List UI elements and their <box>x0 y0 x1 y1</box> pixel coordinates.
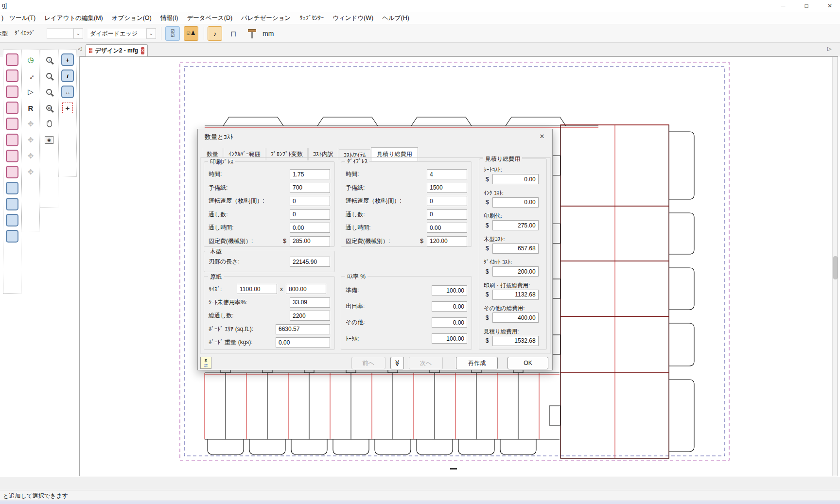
tab-close-icon[interactable]: x <box>141 47 144 54</box>
currency-label: $ <box>486 268 489 275</box>
nest-corner-icon[interactable] <box>6 86 18 98</box>
rule-length-input-0[interactable] <box>290 257 330 267</box>
zoom-reset-icon[interactable]: ⊗ <box>43 102 55 114</box>
menu-edit-layout[interactable]: レイアウトの編集(M) <box>40 12 107 25</box>
tab-scroll-right-icon[interactable]: ▷ <box>827 46 831 52</box>
print-press-input-0[interactable] <box>290 169 330 179</box>
chevron-down-icon[interactable]: ≫ <box>390 357 404 369</box>
total-cost-input-6[interactable] <box>492 313 539 323</box>
die-press-row: 予備紙: <box>346 181 467 195</box>
die-press-input-0[interactable] <box>427 169 467 179</box>
checklist-user-icon[interactable]: ☑♟ <box>184 26 198 41</box>
die-press-input-2[interactable] <box>427 196 467 206</box>
menu-info[interactable]: 情報(I) <box>156 12 183 25</box>
total-cost-input-7[interactable] <box>492 336 539 346</box>
print-press-input-4[interactable] <box>290 223 330 233</box>
design-spacing-icon[interactable]: ↔ <box>61 86 74 98</box>
add-design-icon[interactable]: + <box>61 53 74 66</box>
ok-button[interactable]: OK <box>508 357 548 369</box>
die-press-row: 固定費(機械別）:$ <box>346 235 467 248</box>
prev-button[interactable]: 前へ <box>351 357 385 369</box>
die-press-input-4[interactable] <box>427 223 467 233</box>
next-button[interactable]: 次へ <box>409 357 443 369</box>
print-press-input-5[interactable] <box>290 236 330 246</box>
recreate-button[interactable]: 再作成 <box>456 357 498 369</box>
nest-pair-icon[interactable] <box>6 166 18 178</box>
nest-dots-add-icon[interactable] <box>6 118 18 130</box>
total-cost-input-3[interactable] <box>492 243 539 254</box>
bridging-plain-icon[interactable] <box>6 230 18 243</box>
arc-radius-icon[interactable]: R <box>24 102 37 114</box>
nest-blob-icon[interactable] <box>6 53 18 66</box>
bridging-strip-icon[interactable] <box>6 182 18 194</box>
pan-hand-icon[interactable] <box>43 118 55 130</box>
total-cost-input-4[interactable] <box>492 266 539 277</box>
loss-input-0[interactable] <box>432 285 467 295</box>
die-edge-combo-dropdown-icon[interactable]: ⌄ <box>73 28 83 39</box>
total-cost-input-1[interactable] <box>492 197 539 208</box>
preview-window-icon[interactable]: ◉ <box>43 134 55 146</box>
bridge-icon[interactable]: ⊓ <box>226 26 241 41</box>
die-press-input-3[interactable] <box>427 209 467 220</box>
fit-sheet-icon[interactable]: + <box>61 102 74 114</box>
close-button[interactable]: ✕ <box>822 0 838 12</box>
move-tool-icon[interactable]: ✥ <box>24 118 37 130</box>
print-press-input-2[interactable] <box>290 196 330 206</box>
move-dimension-icon[interactable]: ✥ <box>24 150 37 162</box>
stretch-diagonal-icon[interactable]: ↔ <box>24 70 37 82</box>
sheet-input-3[interactable] <box>276 337 330 348</box>
move-flash-icon[interactable]: ✥ <box>24 166 37 178</box>
tab-scroll-left-icon[interactable]: ◁ <box>78 46 82 52</box>
move-numbered-icon[interactable]: ✥ <box>24 134 37 146</box>
angle-tool-icon[interactable]: ▷ <box>24 86 37 98</box>
die-press-input-1[interactable] <box>427 183 467 193</box>
rule-length-label: 刃罫の長さ: <box>209 258 290 266</box>
minimize-button[interactable]: ─ <box>775 0 791 12</box>
vertical-scrollbar[interactable] <box>832 57 838 476</box>
sheet-input-1[interactable] <box>290 311 330 321</box>
menu-help[interactable]: ヘルプ(H) <box>378 12 414 25</box>
bridging-holes-icon[interactable] <box>6 198 18 210</box>
annotation-note-icon[interactable]: ♪ <box>208 26 222 41</box>
menu-database[interactable]: データベース(D) <box>183 12 237 25</box>
sheet-height-input[interactable] <box>286 284 326 294</box>
sheet-input-2[interactable] <box>276 324 330 334</box>
die-board-edge-combobox[interactable]: ダイボードエッジ <box>87 28 146 39</box>
total-cost-input-5[interactable] <box>492 290 539 300</box>
sheet-input-0[interactable] <box>290 297 330 308</box>
die-press-input-5[interactable] <box>427 236 467 246</box>
menu-webcenter[interactable]: ｳｪﾌﾞｾﾝﾀｰ <box>295 12 328 24</box>
zoom-out-icon[interactable]: − <box>43 86 55 98</box>
nest-dashed-add-icon[interactable] <box>6 102 18 114</box>
die-board-edge-combo-dropdown-icon[interactable]: ⌄ <box>146 28 156 39</box>
vertical-scrollbar-thumb[interactable] <box>833 256 838 279</box>
loss-input-3[interactable] <box>432 333 467 344</box>
zoom-options-icon[interactable]: ⋯ <box>43 70 55 82</box>
nest-compress-icon[interactable] <box>6 134 18 146</box>
bridging-rule-icon[interactable] <box>6 214 18 226</box>
maximize-button[interactable]: □ <box>798 0 815 12</box>
menu-tools[interactable]: ツール(T) <box>5 12 40 25</box>
currency-label: $ <box>486 199 489 206</box>
dollar-arrows-icon[interactable]: $ ⇄ <box>200 357 211 369</box>
dialog-close-icon[interactable]: ✕ <box>536 131 548 142</box>
die-edge-combobox[interactable] <box>47 28 73 39</box>
document-tab[interactable]: デザイン2 - mfg x <box>86 44 148 56</box>
loss-input-2[interactable] <box>432 317 467 328</box>
sheet-width-input[interactable] <box>237 284 277 294</box>
nest-dots-icon[interactable] <box>6 70 18 82</box>
menu-palletization[interactable]: パレチゼーション <box>237 12 295 25</box>
total-cost-input-0[interactable] <box>492 174 539 184</box>
loss-input-1[interactable] <box>432 301 467 312</box>
total-cost-input-2[interactable] <box>492 220 539 230</box>
pin-icon[interactable] <box>245 26 259 41</box>
design-info-icon[interactable]: i <box>61 70 74 82</box>
checklist-icon[interactable]: ☑☑ <box>165 26 180 41</box>
menu-options[interactable]: オプション(O) <box>107 12 156 25</box>
zoom-in-icon[interactable]: + <box>43 53 55 66</box>
nest-grid-icon[interactable] <box>6 150 18 162</box>
print-press-input-1[interactable] <box>290 183 330 193</box>
print-press-input-3[interactable] <box>290 209 330 220</box>
clock-move-icon[interactable]: ◷ <box>24 53 37 66</box>
menu-window[interactable]: ウィンドウ(W) <box>328 12 378 25</box>
